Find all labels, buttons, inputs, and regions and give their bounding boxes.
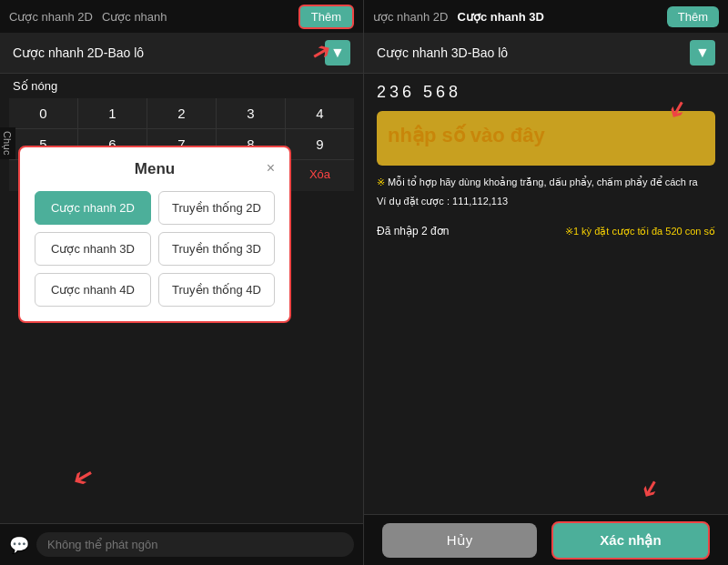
right-top-bar: ược nhanh 2D Cược nhanh 3D Thêm (364, 0, 728, 33)
dropdown-label-right: Cược nhanh 3D-Bao lô (377, 45, 508, 60)
side-label: Chục (0, 127, 15, 159)
dropdown-bar-left: Cược nhanh 2D-Bao lô ▼ (0, 33, 363, 74)
chat-icon: 💬 (9, 535, 29, 555)
numpad-2[interactable]: 2 (147, 98, 216, 128)
chat-input[interactable] (36, 532, 354, 557)
menu-cuoc-nhanh-2d[interactable]: Cược nhanh 2D (35, 191, 151, 225)
so-nong-label: Số nóng (0, 74, 363, 98)
tab-cuoc-nhanh[interactable]: Cược nhanh (102, 10, 167, 24)
menu-title: Menu (135, 160, 175, 178)
numpad-xoa[interactable]: Xóa (286, 160, 354, 191)
menu-grid: Cược nhanh 2D Truyền thống 2D Cược nhanh… (35, 191, 275, 307)
note-symbol: ※ (377, 177, 385, 187)
left-panel: Cược nhanh 2D Cược nhanh Thêm Cược nhanh… (0, 0, 364, 565)
right-panel: ược nhanh 2D Cược nhanh 3D Thêm Cược nha… (364, 0, 728, 565)
tab-cuoc-nhanh-2d[interactable]: Cược nhanh 2D (9, 10, 93, 24)
max-note-text: 1 kỳ đặt cược tối đa 520 con số (573, 226, 715, 237)
numpad-3[interactable]: 3 (217, 98, 285, 128)
menu-truyen-thong-4d[interactable]: Truyền thống 4D (158, 273, 275, 307)
numpad-0[interactable]: 0 (9, 98, 77, 128)
numpad-4[interactable]: 4 (286, 98, 354, 128)
dropdown-icon-right[interactable]: ▼ (690, 40, 715, 66)
input-placeholder: nhập số vào đây (388, 124, 545, 146)
dropdown-bar-right: Cược nhanh 3D-Bao lô ▼ (364, 33, 728, 74)
dropdown-label-left: Cược nhanh 2D-Bao lô (13, 45, 144, 60)
max-note: ※1 kỳ đặt cược tối đa 520 con số (565, 226, 715, 237)
right-tab-cuoc-nhanh-2d[interactable]: ược nhanh 2D (373, 10, 449, 24)
note1-text: Mỗi tổ hợp hãy dùng khoảng trắng, dấu ph… (388, 177, 698, 187)
menu-title-bar: Menu × (35, 160, 275, 178)
menu-truyen-thong-2d[interactable]: Truyền thống 2D (158, 191, 275, 225)
info-note1: ※ Mỗi tổ hợp hãy dùng khoảng trắng, dấu … (377, 175, 715, 190)
confirm-button[interactable]: Xác nhận (551, 521, 710, 560)
arrow-menu: ➔ (66, 459, 99, 495)
note2-text: Ví dụ đặt cược : 111,112,113 (377, 196, 508, 207)
bottom-chat-bar: 💬 (0, 523, 363, 565)
info-note2: Ví dụ đặt cược : 111,112,113 (377, 194, 715, 209)
numpad-9[interactable]: 9 (286, 129, 354, 159)
left-top-bar: Cược nhanh 2D Cược nhanh Thêm (0, 0, 363, 33)
info-section: ※ Mỗi tổ hợp hãy dùng khoảng trắng, dấu … (364, 166, 728, 217)
cancel-button[interactable]: Hủy (382, 523, 537, 558)
chevron-down-icon-right: ▼ (695, 45, 710, 61)
them-button-left[interactable]: Thêm (298, 5, 354, 29)
menu-cuoc-nhanh-4d[interactable]: Cược nhanh 4D (35, 273, 151, 307)
menu-close-button[interactable]: × (267, 160, 275, 177)
input-area[interactable]: nhập số vào đây (377, 111, 715, 166)
them-button-right[interactable]: Thêm (667, 6, 719, 27)
arrow-confirm: ➔ (633, 473, 668, 505)
entered-count: Đã nhập 2 đơn (377, 225, 449, 237)
menu-overlay: Menu × Cược nhanh 2D Truyền thống 2D Cượ… (18, 146, 291, 323)
right-tab-cuoc-nhanh-3d[interactable]: Cược nhanh 3D (458, 10, 544, 24)
bottom-info-row: Đã nhập 2 đơn ※1 kỳ đặt cược tối đa 520 … (364, 221, 728, 241)
action-bar: Hủy Xác nhận (364, 514, 728, 565)
menu-cuoc-nhanh-3d[interactable]: Cược nhanh 3D (35, 232, 151, 266)
numpad-1[interactable]: 1 (78, 98, 147, 128)
menu-truyen-thong-3d[interactable]: Truyền thống 3D (158, 232, 275, 266)
